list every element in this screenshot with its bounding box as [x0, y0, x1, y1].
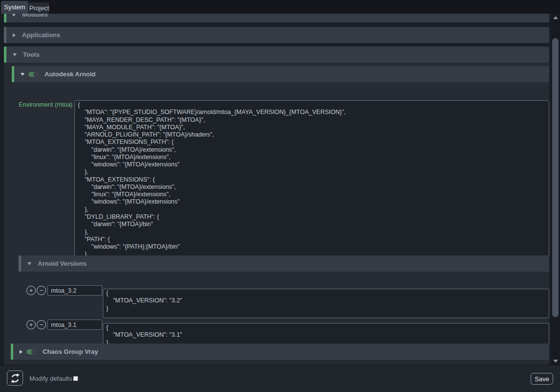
- section-accent-bar: [4, 14, 6, 23]
- vertical-scrollbar-thumb[interactable]: [552, 38, 559, 317]
- tab-project[interactable]: Project: [29, 2, 49, 14]
- section-header-applications[interactable]: Applications: [4, 27, 549, 43]
- arrow-up-icon: [553, 16, 558, 19]
- add-version-button[interactable]: +: [26, 286, 36, 295]
- scroll-down-button[interactable]: [551, 357, 560, 365]
- section-title: Arnold Versions: [38, 260, 87, 267]
- section-header-chaos-group-vray[interactable]: Chaos Group Vray: [11, 344, 549, 360]
- settings-scroll-area: Modules Applications Tools Autodesk Arno…: [0, 14, 551, 365]
- section-header-arnold-versions[interactable]: Arnold Versions: [19, 255, 549, 272]
- chevron-right-icon: [13, 14, 16, 17]
- section-accent-bar: [4, 27, 6, 43]
- section-title: Tools: [23, 51, 40, 58]
- footer-bar: Modify defaults Save: [0, 365, 560, 392]
- toggle-knob: [31, 349, 36, 354]
- add-version-button[interactable]: +: [26, 320, 36, 329]
- arnold-enabled-toggle[interactable]: [28, 72, 38, 77]
- environment-mtoa-label: Environment (mtoa): [0, 101, 72, 108]
- settings-window: System Project Modules Applications Tool…: [0, 0, 560, 392]
- section-title: Applications: [22, 31, 60, 39]
- tab-bar: System Project: [0, 0, 560, 14]
- arrow-down-icon: [553, 360, 558, 363]
- modify-defaults-checkbox[interactable]: [73, 376, 78, 381]
- chevron-down-icon: [21, 73, 24, 76]
- section-title: Modules: [22, 14, 48, 18]
- section-accent-bar: [12, 66, 14, 82]
- tool-title: Autodesk Arnold: [45, 70, 95, 78]
- modify-defaults-label: Modify defaults: [29, 365, 72, 392]
- section-header-tools[interactable]: Tools: [4, 46, 549, 63]
- vertical-scrollbar[interactable]: [551, 14, 560, 365]
- chevron-down-icon: [27, 262, 31, 265]
- toggle-knob: [33, 72, 38, 77]
- remove-version-button[interactable]: −: [37, 320, 46, 329]
- chevron-right-icon: [20, 350, 23, 354]
- section-header-modules[interactable]: Modules: [4, 14, 549, 23]
- section-header-autodesk-arnold[interactable]: Autodesk Arnold: [12, 66, 549, 82]
- chevron-right-icon: [13, 33, 16, 37]
- save-button[interactable]: Save: [531, 373, 553, 385]
- version-name-input[interactable]: [47, 285, 102, 296]
- refresh-button[interactable]: [7, 370, 23, 386]
- remove-version-button[interactable]: −: [37, 286, 46, 295]
- section-accent-bar: [4, 46, 6, 63]
- tool-title: Chaos Group Vray: [43, 348, 98, 355]
- version-name-input[interactable]: [47, 320, 102, 330]
- section-accent-bar: [19, 255, 21, 272]
- tab-system[interactable]: System: [1, 1, 28, 14]
- environment-mtoa-textarea[interactable]: { "MTOA": "{PYPE_STUDIO_SOFTWARE}/arnold…: [74, 100, 549, 265]
- chevron-down-icon: [13, 53, 17, 56]
- vray-enabled-toggle[interactable]: [26, 349, 36, 354]
- scroll-up-button[interactable]: [551, 14, 560, 21]
- version-json-textarea[interactable]: { "MTOA_VERSION": "3.2" }: [103, 289, 549, 318]
- refresh-icon: [10, 373, 20, 383]
- section-accent-bar: [11, 344, 13, 360]
